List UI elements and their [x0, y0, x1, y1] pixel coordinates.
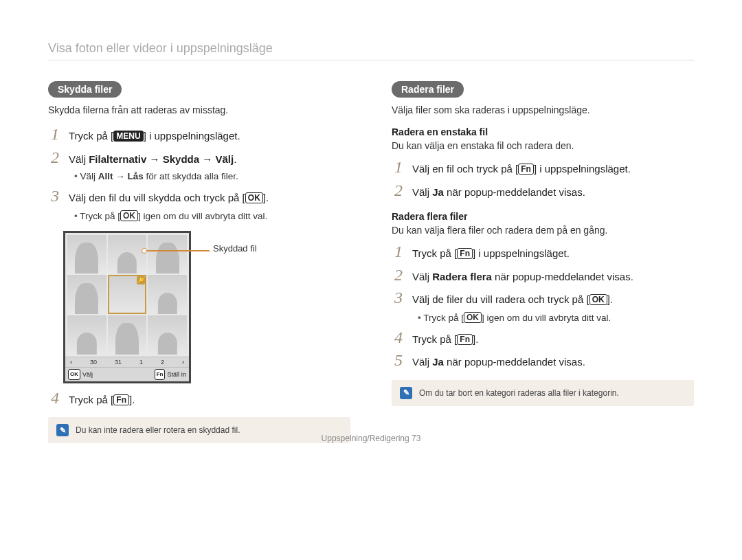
fn-badge: Fn [457, 248, 473, 259]
step-text: Tryck på [Fn] i uppspelningsläget. [412, 246, 570, 262]
step-text: Välj den fil du vill skydda och tryck på… [69, 190, 269, 206]
note-text: Om du tar bort en kategori raderas alla … [419, 388, 619, 398]
step-number: 2 [392, 266, 405, 284]
step-text: Tryck på [Fn]. [69, 392, 135, 408]
step-number: 3 [392, 289, 405, 307]
step-number: 4 [48, 389, 62, 407]
screen-bottom-bar: OKVälj FnStäll In [65, 367, 189, 381]
step-number: 2 [392, 181, 405, 200]
step-text: Välj de filer du vill radera och tryck p… [412, 292, 613, 308]
right-column: Radera filer Välja filer som ska raderas… [392, 81, 694, 443]
step-text: Välj Ja när popup-meddelandet visas. [412, 355, 585, 370]
delete-multi-desc: Du kan välja flera filer och radera dem … [392, 225, 694, 236]
section-pill-protect: Skydda filer [48, 81, 122, 98]
date-strip: ‹ 30 31 1 2 › [65, 357, 189, 367]
step-number: 4 [392, 328, 405, 347]
chevron-left-icon: ‹ [68, 359, 74, 366]
step-number: 3 [48, 187, 62, 205]
page-title: Visa foton eller videor i uppspelningslä… [48, 41, 694, 60]
fn-badge: Fn [457, 334, 473, 345]
lock-icon: 🔑 [137, 276, 145, 284]
step-number: 1 [48, 125, 62, 144]
step-text: Välj Filalternativ → Skydda → Välj. [69, 152, 236, 168]
ok-badge: OK [68, 369, 80, 380]
step-text: Tryck på [Fn]. [412, 332, 478, 348]
delete-single-head: Radera en enstaka fil [392, 126, 694, 137]
callout-label: Skyddad fil [213, 243, 257, 254]
delete-multi-head: Radera flera filer [392, 211, 694, 222]
ok-badge: OK [464, 312, 482, 323]
step-sub: Tryck på [OK] igen om du vill avbryta di… [418, 312, 694, 323]
callout-line [144, 250, 210, 251]
ok-badge: OK [120, 210, 138, 221]
step-number: 1 [392, 158, 405, 177]
step-number: 1 [392, 243, 405, 261]
protect-lead: Skydda filerna från att raderas av misst… [48, 104, 350, 115]
ok-badge: OK [589, 294, 607, 305]
step-sub: Välj Allt → Lås för att skydda alla file… [74, 171, 350, 181]
step-text: Välj en fil och tryck på [Fn] i uppspeln… [412, 161, 631, 177]
step-sub: Tryck på [OK] igen om du vill avbryta di… [74, 210, 350, 221]
selected-thumbnail: 🔑 [108, 275, 147, 314]
step-number: 2 [48, 148, 62, 167]
chevron-right-icon: › [180, 359, 186, 366]
protect-illustration: 🔑 ‹ 30 31 1 2 › [63, 231, 256, 383]
fn-badge: Fn [518, 164, 534, 175]
delete-lead: Välja filer som ska raderas i uppspelnin… [392, 104, 694, 115]
protect-steps: 1 Tryck på [MENU] i uppspelningsläget. 2… [48, 125, 350, 221]
page-footer: Uppspelning/Redigering 73 [0, 434, 742, 443]
ok-badge: OK [245, 192, 263, 203]
delete-single-desc: Du kan välja en enstaka fil och radera d… [392, 140, 694, 151]
menu-badge: MENU [113, 131, 143, 142]
fn-badge: Fn [113, 394, 129, 405]
step-text: Tryck på [MENU] i uppspelningsläget. [69, 128, 240, 144]
step-text: Välj Radera flera när popup-meddelandet … [412, 269, 633, 285]
left-column: Skydda filer Skydda filerna från att rad… [48, 81, 350, 443]
section-pill-delete: Radera filer [392, 81, 464, 98]
step-number: 5 [392, 351, 405, 370]
info-icon: ✎ [400, 387, 412, 399]
fn-badge: Fn [155, 369, 166, 380]
note-delete: ✎ Om du tar bort en kategori raderas all… [392, 380, 694, 406]
step-text: Välj Ja när popup-meddelandet visas. [412, 185, 585, 201]
